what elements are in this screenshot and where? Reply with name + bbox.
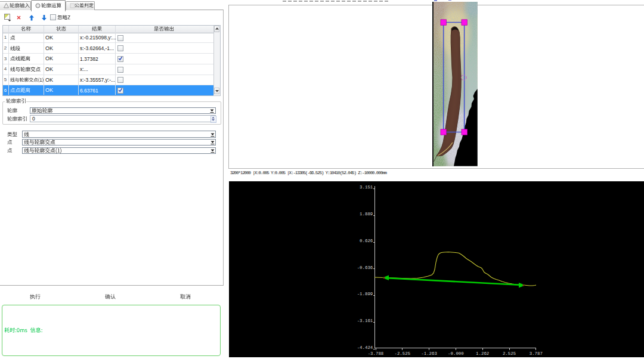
svg-text:-0.000: -0.000 — [448, 351, 464, 356]
svg-text:1.262: 1.262 — [476, 351, 489, 356]
svg-text:-1.263: -1.263 — [421, 351, 437, 356]
svg-text:3.787: 3.787 — [530, 351, 543, 356]
svg-text:-3.788: -3.788 — [368, 351, 384, 356]
svg-text:0.626: 0.626 — [360, 239, 373, 243]
svg-text:1.889: 1.889 — [360, 212, 373, 216]
svg-text:-4.424: -4.424 — [357, 345, 373, 350]
svg-text:2.525: 2.525 — [503, 351, 516, 356]
svg-text:-1.899: -1.899 — [357, 292, 373, 296]
svg-text:-2.525: -2.525 — [394, 351, 410, 356]
svg-text:-3.161: -3.161 — [357, 318, 373, 323]
svg-text:3.151: 3.151 — [360, 185, 373, 190]
svg-text:-0.636: -0.636 — [357, 265, 373, 270]
